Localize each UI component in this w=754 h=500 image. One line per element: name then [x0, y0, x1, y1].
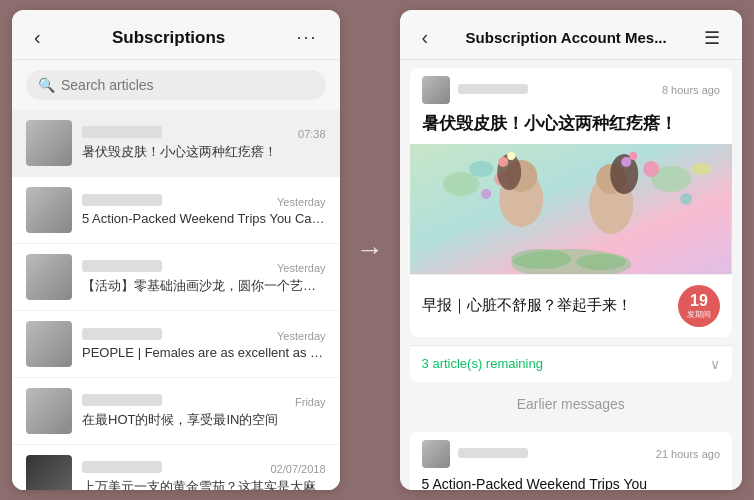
message-title: 暑伏毁皮肤！小心这两种红疙瘩！	[410, 108, 732, 144]
avatar	[26, 187, 72, 233]
badge-number: 19	[690, 293, 708, 309]
item-desc: 5 Action-Packed Weekend Trips You Can B.…	[82, 211, 326, 226]
svg-point-18	[629, 152, 637, 160]
sender-name-blur	[458, 84, 528, 94]
svg-point-6	[643, 161, 659, 177]
badge-subtitle: 发期间	[687, 311, 711, 319]
item-desc: 在最HOT的时候，享受最IN的空间	[82, 411, 326, 429]
item-content: 07:38 暑伏毁皮肤！小心这两种红疙瘩！	[82, 126, 326, 161]
lower-sender-name	[458, 448, 528, 458]
item-content: Yesterday 【活动】零基础油画沙龙，圆你一个艺术梦...	[82, 260, 326, 295]
right-panel: ‹ Subscription Account Mes... ☰ 8 hours …	[400, 10, 742, 490]
list-item[interactable]: 07:38 暑伏毁皮肤！小心这两种红疙瘩！	[12, 110, 340, 177]
transition-arrow: →	[340, 234, 400, 266]
right-content: 8 hours ago 暑伏毁皮肤！小心这两种红疙瘩！	[400, 60, 742, 490]
svg-point-21	[576, 254, 626, 270]
item-name	[82, 126, 162, 138]
svg-point-8	[691, 163, 711, 175]
item-time: Friday	[295, 396, 326, 408]
right-menu-button[interactable]: ☰	[698, 25, 726, 51]
chevron-down-icon[interactable]: ∨	[710, 356, 720, 372]
sender-avatar	[422, 76, 450, 104]
svg-point-1	[443, 172, 479, 196]
left-panel-title: Subscriptions	[112, 28, 225, 48]
item-content: Yesterday 5 Action-Packed Weekend Trips …	[82, 194, 326, 226]
list-item[interactable]: Yesterday PEOPLE | Females are as excell…	[12, 311, 340, 378]
item-content: Friday 在最HOT的时候，享受最IN的空间	[82, 394, 326, 429]
item-desc: 【活动】零基础油画沙龙，圆你一个艺术梦...	[82, 277, 326, 295]
svg-point-4	[481, 189, 491, 199]
left-header: ‹ Subscriptions ···	[12, 10, 340, 60]
search-icon: 🔍	[38, 77, 55, 93]
item-name	[82, 194, 162, 206]
main-container: ‹ Subscriptions ··· 🔍 07:38 暑伏毁皮肤！小心这两种红…	[0, 0, 754, 500]
list-item[interactable]: Yesterday 5 Action-Packed Weekend Trips …	[12, 177, 340, 244]
subscription-list: 07:38 暑伏毁皮肤！小心这两种红疙瘩！ Yesterday 5 Action…	[12, 110, 340, 490]
left-back-button[interactable]: ‹	[28, 24, 47, 51]
list-item[interactable]: 02/07/2018 上万美元一支的黄金雪茄？这其实是大麻	[12, 445, 340, 490]
item-name	[82, 461, 162, 473]
earlier-messages-button[interactable]: Earlier messages	[400, 382, 742, 426]
item-desc: 上万美元一支的黄金雪茄？这其实是大麻	[82, 478, 326, 491]
item-desc: 暑伏毁皮肤！小心这两种红疙瘩！	[82, 143, 326, 161]
message2-text: 早报｜心脏不舒服？举起手来！	[422, 296, 678, 315]
badge-circle: 19 发期间	[678, 285, 720, 327]
avatar	[26, 388, 72, 434]
left-panel: ‹ Subscriptions ··· 🔍 07:38 暑伏毁皮肤！小心这两种红…	[12, 10, 340, 490]
svg-point-17	[621, 157, 631, 167]
svg-point-2	[469, 161, 493, 177]
item-time: Yesterday	[277, 262, 326, 274]
remaining-row[interactable]: 3 article(s) remaining ∨	[410, 345, 732, 382]
item-desc: PEOPLE | Females are as excellent as mal…	[82, 345, 326, 360]
avatar	[26, 120, 72, 166]
avatar	[26, 455, 72, 490]
svg-point-20	[511, 249, 571, 269]
list-item[interactable]: Friday 在最HOT的时候，享受最IN的空间	[12, 378, 340, 445]
left-more-button[interactable]: ···	[291, 25, 324, 50]
message-block-1: 8 hours ago 暑伏毁皮肤！小心这两种红疙瘩！	[410, 68, 732, 337]
search-bar[interactable]: 🔍	[26, 70, 326, 100]
item-name	[82, 328, 162, 340]
svg-point-15	[498, 157, 508, 167]
item-time: Yesterday	[277, 196, 326, 208]
right-panel-title: Subscription Account Mes...	[434, 29, 698, 46]
remaining-text: 3 article(s) remaining	[422, 356, 543, 371]
lower-message-block: 21 hours ago 5 Action-Packed Weekend Tri…	[410, 432, 732, 490]
right-arrow-icon: →	[356, 234, 384, 266]
right-header: ‹ Subscription Account Mes... ☰	[400, 10, 742, 60]
avatar	[26, 254, 72, 300]
right-back-button[interactable]: ‹	[416, 24, 435, 51]
item-name	[82, 260, 162, 272]
avatar	[26, 321, 72, 367]
message2-row: 早报｜心脏不舒服？举起手来！ 19 发期间	[410, 274, 732, 337]
lower-sender-avatar	[422, 440, 450, 468]
search-input[interactable]	[61, 77, 314, 93]
item-content: Yesterday PEOPLE | Females are as excell…	[82, 328, 326, 360]
item-time: Yesterday	[277, 330, 326, 342]
message-time: 8 hours ago	[662, 84, 720, 96]
item-content: 02/07/2018 上万美元一支的黄金雪茄？这其实是大麻	[82, 461, 326, 491]
svg-point-7	[680, 193, 692, 205]
list-item[interactable]: Yesterday 【活动】零基础油画沙龙，圆你一个艺术梦...	[12, 244, 340, 311]
lower-message-title: 5 Action-Packed Weekend Trips You	[410, 472, 732, 490]
item-time: 02/07/2018	[271, 463, 326, 475]
message-image	[410, 144, 732, 274]
item-name	[82, 394, 162, 406]
svg-point-16	[507, 152, 515, 160]
item-time: 07:38	[298, 128, 326, 140]
lower-message-time: 21 hours ago	[656, 448, 720, 460]
